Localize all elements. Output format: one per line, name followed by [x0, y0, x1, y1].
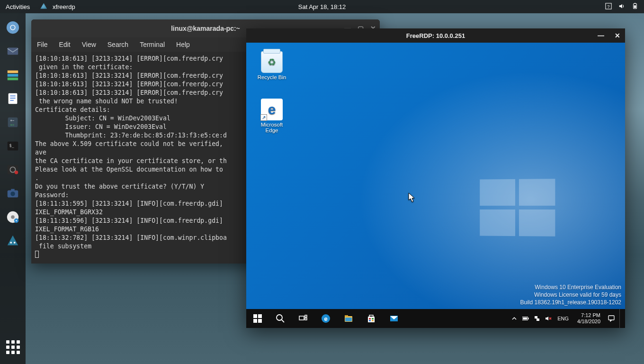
svg-rect-56 — [535, 316, 537, 318]
taskbar-file-explorer[interactable] — [337, 309, 360, 328]
svg-point-23 — [15, 171, 18, 174]
dock-text-editor[interactable] — [4, 90, 21, 107]
svg-text:e: e — [324, 315, 327, 322]
windows-logo-wallpaper — [480, 179, 555, 236]
dock-settings[interactable] — [4, 161, 21, 178]
activities-button[interactable]: Activities — [6, 3, 30, 10]
svg-rect-48 — [369, 318, 371, 319]
dock-terminal[interactable]: $_ — [4, 137, 21, 155]
svg-rect-35 — [258, 319, 262, 323]
svg-rect-40 — [305, 318, 307, 320]
volume-icon[interactable] — [618, 3, 625, 11]
svg-point-36 — [277, 315, 282, 320]
taskbar-search-button[interactable] — [269, 309, 292, 328]
svg-rect-51 — [372, 320, 374, 321]
active-app-indicator[interactable]: xfreerdp — [40, 3, 75, 10]
svg-rect-10 — [8, 74, 18, 77]
task-view-button[interactable] — [292, 309, 314, 328]
tray-volume-muted-icon[interactable] — [545, 315, 552, 322]
start-button[interactable] — [246, 309, 269, 328]
freerdp-close-icon[interactable]: ✕ — [615, 32, 620, 39]
windows-taskbar: e — [246, 309, 625, 328]
dock-chromium[interactable] — [4, 19, 21, 36]
show-applications-button[interactable] — [4, 338, 21, 355]
taskbar-store[interactable] — [360, 309, 383, 328]
svg-point-31 — [14, 242, 16, 244]
tray-network-icon[interactable] — [534, 315, 540, 322]
dock-screenshot[interactable] — [4, 185, 21, 202]
svg-text:$_: $_ — [9, 143, 15, 148]
svg-rect-49 — [372, 318, 374, 319]
tray-clock[interactable]: 7:12 PM 4/18/2020 — [574, 312, 603, 325]
svg-rect-47 — [369, 315, 373, 317]
recycle-bin-icon — [261, 51, 283, 73]
svg-line-37 — [282, 320, 284, 322]
dock-calculator[interactable]: +−×= — [4, 114, 21, 131]
edge-icon: ↗ — [261, 99, 283, 120]
svg-point-25 — [10, 191, 15, 196]
svg-rect-11 — [8, 78, 18, 81]
xfreerdp-icon — [40, 3, 47, 10]
svg-point-30 — [10, 242, 12, 244]
topbar-clock[interactable]: Sat Apr 18, 18:12 — [298, 3, 346, 10]
svg-rect-3 — [634, 3, 636, 3]
svg-rect-38 — [299, 316, 304, 320]
svg-rect-8 — [8, 48, 18, 55]
taskbar-edge[interactable]: e — [314, 309, 337, 328]
dock-files[interactable] — [4, 66, 21, 83]
windows-desktop[interactable]: Recycle Bin ↗ Microsoft Edge Windows 10 … — [246, 43, 625, 328]
svg-rect-50 — [369, 320, 371, 321]
battery-icon[interactable] — [632, 3, 638, 11]
svg-point-7 — [11, 26, 15, 29]
desktop-icon-recycle-bin[interactable]: Recycle Bin — [253, 51, 291, 80]
show-desktop-button[interactable] — [619, 309, 622, 328]
svg-rect-34 — [253, 319, 257, 323]
svg-rect-54 — [528, 318, 529, 319]
gnome-dock: +−×= $_ — [0, 13, 26, 364]
menu-view[interactable]: View — [82, 41, 96, 48]
svg-rect-44 — [345, 315, 348, 317]
dock-mail[interactable] — [4, 43, 21, 60]
svg-rect-60 — [608, 316, 614, 320]
menu-search[interactable]: Search — [107, 41, 128, 48]
svg-point-28 — [11, 215, 15, 219]
svg-rect-57 — [537, 318, 539, 321]
menu-terminal[interactable]: Terminal — [140, 41, 165, 48]
menu-file[interactable]: File — [37, 41, 48, 48]
svg-rect-4 — [634, 5, 636, 8]
menu-edit[interactable]: Edit — [59, 41, 71, 48]
freerdp-minimize-icon[interactable]: — — [598, 32, 604, 39]
terminal-title: linux@kamarada-pc:~ — [171, 25, 240, 32]
svg-rect-32 — [253, 314, 257, 318]
svg-text:?: ? — [608, 4, 610, 9]
dock-media[interactable] — [4, 209, 21, 226]
svg-rect-55 — [523, 318, 528, 319]
tray-language[interactable]: ENG — [556, 316, 570, 321]
tray-battery-icon[interactable] — [522, 315, 529, 322]
svg-rect-45 — [345, 318, 352, 321]
menu-help[interactable]: Help — [176, 41, 190, 48]
windows-watermark: Windows 10 Enterprise Evaluation Windows… — [520, 283, 621, 306]
action-center-icon[interactable] — [608, 315, 615, 322]
svg-rect-9 — [8, 71, 18, 73]
svg-rect-39 — [305, 315, 307, 317]
dock-xfreerdp-running[interactable] — [4, 232, 21, 249]
freerdp-window: FreeRDP: 10.0.0.251 — ✕ Recycle Bin ↗ Mi… — [246, 28, 625, 328]
svg-text:+−: +− — [10, 118, 14, 123]
desktop-icon-edge[interactable]: ↗ Microsoft Edge — [253, 99, 291, 133]
freerdp-titlebar[interactable]: FreeRDP: 10.0.0.251 — ✕ — [246, 28, 625, 43]
svg-rect-26 — [11, 189, 15, 191]
svg-rect-33 — [258, 314, 262, 318]
accessibility-icon[interactable]: ? — [605, 3, 612, 11]
tray-chevron-up-icon[interactable] — [511, 315, 518, 322]
cursor-icon — [408, 192, 416, 205]
freerdp-title: FreeRDP: 10.0.0.251 — [406, 32, 465, 39]
taskbar-mail[interactable] — [383, 309, 405, 328]
svg-text:×=: ×= — [10, 123, 14, 127]
gnome-topbar: Activities xfreerdp Sat Apr 18, 18:12 ? — [0, 0, 644, 13]
